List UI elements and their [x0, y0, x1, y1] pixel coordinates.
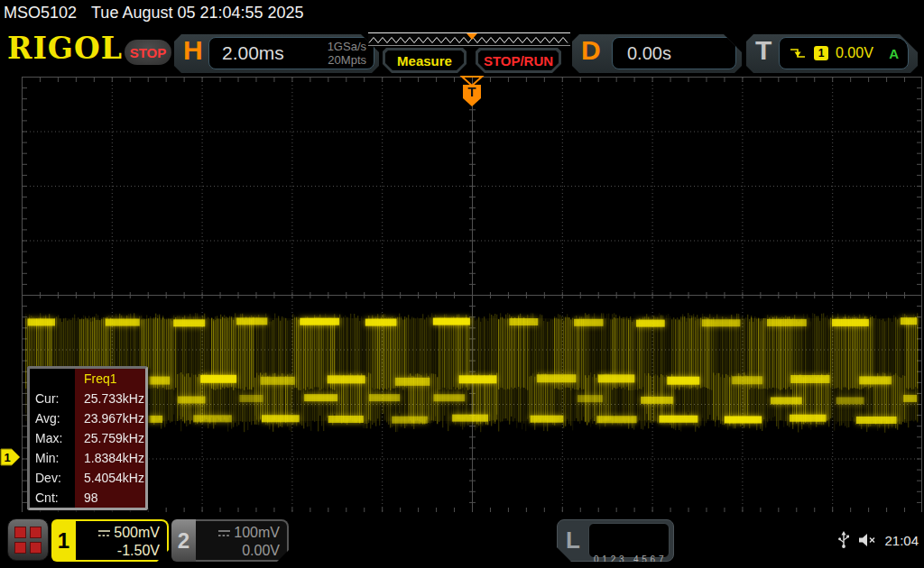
channel1-number: 1 — [51, 519, 76, 562]
measurement-row-label: Dev: — [30, 468, 75, 488]
bottombar: 1 500mV -1.50V 2 100mV 0.00V L 0 1 2 3 4… — [0, 512, 924, 568]
measurement-panel[interactable]: Freq1 Cur: 25.733kHz Avg: 23.967kHz Max:… — [27, 366, 148, 510]
measurement-row-label: Avg: — [30, 408, 75, 428]
clock: 21:04 — [884, 533, 919, 548]
stop-run-button[interactable]: STOP/RUN — [476, 48, 561, 73]
toolbar: RIGOL STOP H 2.00ms 1GSa/s 20Mpts Measur… — [0, 27, 924, 76]
dc-coupling-icon — [217, 528, 231, 538]
rigol-logo: RIGOL — [7, 31, 123, 66]
horizontal-label: H — [183, 35, 203, 66]
svg-text:1: 1 — [4, 451, 10, 464]
acquisition-info: 1GSa/s 20Mpts — [328, 38, 374, 69]
datetime: Tue August 05 21:04:55 2025 — [91, 4, 304, 22]
channel1-offset: -1.50V — [76, 542, 160, 560]
grid-icon — [14, 527, 42, 554]
trigger-mode: A — [889, 46, 899, 61]
status-area: 21:04 — [837, 512, 919, 568]
channel2-number: 2 — [171, 519, 196, 562]
delay-value: 0.00s — [613, 38, 735, 69]
run-state-badge: STOP — [125, 40, 171, 65]
measurement-row-value: 23.967kHz — [75, 408, 145, 428]
delay-settings-box[interactable]: D 0.00s — [572, 34, 742, 73]
trigger-level-value: 0.00V — [836, 45, 873, 61]
menu-grid-button[interactable] — [7, 518, 49, 561]
usb-icon — [837, 531, 850, 549]
horizontal-settings-box[interactable]: H 2.00ms 1GSa/s 20Mpts — [174, 34, 379, 73]
measurement-row-value: 1.8384kHz — [75, 448, 145, 468]
digital-label: L — [566, 527, 580, 554]
memory-depth: 20Mpts — [328, 53, 366, 67]
digital-row1: 0 1 2 3 4 5 6 7 — [589, 554, 669, 566]
graticule-display — [22, 77, 922, 513]
timebase-value: 2.00ms — [209, 38, 328, 69]
measurement-row-value: 98 — [75, 488, 145, 508]
sample-rate: 1GSa/s — [328, 40, 366, 53]
measurement-row-label: Cur: — [30, 389, 75, 408]
horizontal-readout: 2.00ms 1GSa/s 20Mpts — [208, 37, 374, 69]
measure-button[interactable]: Measure — [383, 48, 467, 73]
trigger-label: T — [755, 35, 772, 66]
falling-edge-icon — [789, 47, 807, 60]
channel2-scale: 100mV — [196, 524, 280, 542]
measurement-row-value: 5.4054kHz — [75, 468, 145, 488]
waveform-preview-strip[interactable] — [368, 32, 570, 46]
channel1-level-marker[interactable]: 1 — [0, 448, 22, 466]
measurement-row-value: 25.759kHz — [75, 428, 145, 448]
preview-trigger-position-icon — [467, 33, 477, 40]
oscilloscope-screen: MSO5102Tue August 05 21:04:55 2025 RIGOL… — [0, 0, 924, 568]
channel1-scale: 500mV — [76, 524, 160, 542]
channel2-offset: 0.00V — [196, 542, 280, 560]
titlebar: MSO5102Tue August 05 21:04:55 2025 — [0, 0, 924, 27]
measurement-row-label: Cnt: — [30, 488, 75, 508]
trigger-position-marker[interactable]: T — [458, 76, 485, 108]
trigger-source-badge: 1 — [814, 46, 828, 60]
channel1-status-box[interactable]: 1 500mV -1.50V — [51, 519, 169, 562]
measurement-row-label: Min: — [30, 448, 75, 468]
measurement-row-label: Max: — [30, 428, 75, 448]
channel2-status-box[interactable]: 2 100mV 0.00V — [171, 519, 289, 562]
measurement-row-value: 25.733kHz — [75, 389, 145, 408]
trigger-readout: 1 0.00V A — [779, 37, 909, 69]
trigger-settings-box[interactable]: T 1 0.00V A — [746, 34, 918, 73]
svg-text:T: T — [467, 84, 476, 99]
speaker-muted-icon — [858, 533, 876, 547]
delay-label: D — [581, 35, 601, 66]
delay-readout: 0.00s — [612, 37, 736, 69]
dc-coupling-icon — [97, 528, 111, 538]
model-name: MSO5102 — [4, 4, 77, 22]
measurement-title: Freq1 — [75, 369, 145, 389]
digital-channels-box[interactable]: L 0 1 2 3 4 5 6 7 8 9 10 11 12 13 14 15 — [557, 519, 674, 562]
